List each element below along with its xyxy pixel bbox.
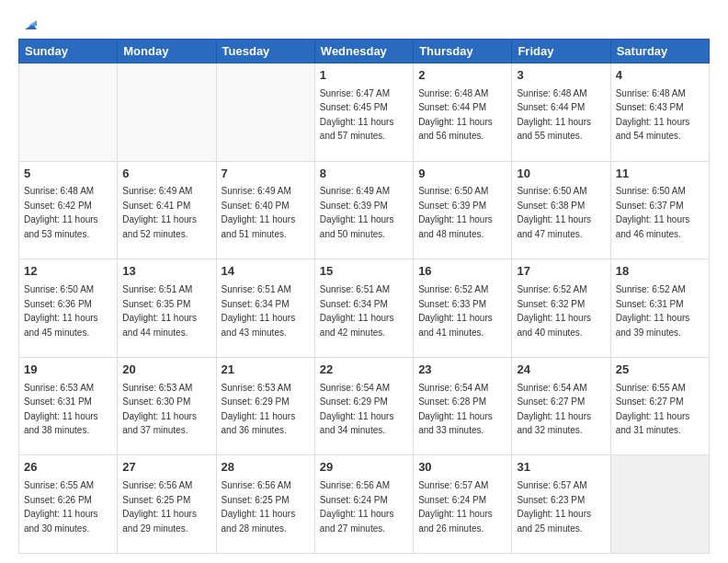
day-info: Sunset: 6:34 PM — [222, 299, 290, 309]
day-info: Daylight: 11 hours — [418, 411, 493, 421]
day-info: Sunset: 6:24 PM — [320, 495, 388, 505]
day-info: Sunrise: 6:48 AM — [616, 88, 686, 98]
day-info: Daylight: 11 hours — [517, 411, 591, 421]
day-number: 5 — [24, 166, 112, 183]
day-info: and 34 minutes. — [320, 425, 385, 435]
day-info: Daylight: 11 hours — [517, 214, 591, 224]
day-info: and 38 minutes. — [24, 425, 89, 435]
day-info: Sunrise: 6:54 AM — [418, 383, 488, 393]
calendar-cell: 12Sunrise: 6:50 AMSunset: 6:36 PMDayligh… — [19, 259, 118, 358]
day-info: Sunset: 6:45 PM — [320, 102, 388, 112]
calendar-cell: 18Sunrise: 6:52 AMSunset: 6:31 PMDayligh… — [610, 259, 709, 358]
day-number: 18 — [616, 263, 704, 281]
calendar-header-monday: Monday — [118, 40, 216, 63]
day-info: Sunrise: 6:56 AM — [122, 480, 192, 490]
day-number: 30 — [418, 459, 506, 477]
day-info: Sunset: 6:25 PM — [122, 495, 190, 505]
day-info: Sunrise: 6:49 AM — [122, 186, 192, 196]
day-info: Sunset: 6:40 PM — [222, 201, 290, 211]
day-info: Sunrise: 6:51 AM — [320, 284, 390, 294]
day-number: 8 — [320, 166, 408, 183]
day-number: 21 — [222, 362, 310, 379]
calendar-header-wednesday: Wednesday — [314, 40, 413, 63]
calendar-header-tuesday: Tuesday — [216, 40, 314, 63]
day-info: and 28 minutes. — [222, 523, 287, 534]
calendar-cell: 15Sunrise: 6:51 AMSunset: 6:34 PMDayligh… — [314, 259, 413, 358]
calendar-cell — [610, 455, 709, 554]
day-info: Daylight: 11 hours — [616, 117, 690, 127]
day-info: Daylight: 11 hours — [320, 117, 394, 127]
day-info: Sunrise: 6:50 AM — [616, 186, 686, 196]
calendar-cell: 1Sunrise: 6:47 AMSunset: 6:45 PMDaylight… — [314, 63, 413, 162]
day-info: Sunset: 6:41 PM — [122, 201, 190, 211]
day-info: Daylight: 11 hours — [320, 411, 394, 421]
day-info: and 48 minutes. — [418, 229, 483, 239]
day-info: and 57 minutes. — [320, 131, 385, 141]
day-info: and 52 minutes. — [122, 229, 188, 239]
calendar-cell: 8Sunrise: 6:49 AMSunset: 6:39 PMDaylight… — [314, 161, 413, 259]
day-number: 23 — [418, 362, 506, 379]
day-info: and 41 minutes. — [418, 327, 483, 338]
day-info: and 27 minutes. — [320, 523, 385, 534]
calendar-cell: 21Sunrise: 6:53 AMSunset: 6:29 PMDayligh… — [216, 357, 314, 455]
day-number: 2 — [418, 67, 506, 85]
day-info: and 45 minutes. — [24, 327, 89, 338]
calendar-table: SundayMondayTuesdayWednesdayThursdayFrid… — [18, 39, 710, 554]
calendar-cell: 13Sunrise: 6:51 AMSunset: 6:35 PMDayligh… — [118, 259, 216, 358]
day-info: Sunrise: 6:56 AM — [222, 480, 291, 490]
calendar-header-friday: Friday — [512, 40, 610, 63]
day-info: Sunset: 6:30 PM — [122, 396, 190, 407]
calendar-cell: 24Sunrise: 6:54 AMSunset: 6:27 PMDayligh… — [512, 357, 610, 455]
day-number: 11 — [616, 166, 704, 183]
day-info: Sunset: 6:39 PM — [418, 201, 486, 211]
day-info: Sunrise: 6:50 AM — [24, 284, 94, 294]
day-info: Daylight: 11 hours — [222, 313, 296, 323]
day-info: Sunrise: 6:52 AM — [616, 284, 686, 294]
day-info: Sunset: 6:39 PM — [320, 201, 388, 211]
logo — [18, 17, 37, 29]
logo-icon — [20, 17, 37, 33]
day-info: Sunset: 6:36 PM — [24, 299, 92, 309]
day-info: Sunset: 6:42 PM — [24, 201, 92, 211]
calendar-cell: 16Sunrise: 6:52 AMSunset: 6:33 PMDayligh… — [414, 259, 512, 358]
day-info: Daylight: 11 hours — [24, 411, 98, 421]
calendar-header-sunday: Sunday — [19, 40, 118, 63]
day-info: and 54 minutes. — [616, 131, 681, 141]
day-info: Sunset: 6:37 PM — [616, 201, 684, 211]
day-info: and 51 minutes. — [222, 229, 287, 239]
day-info: and 31 minutes. — [616, 425, 681, 435]
day-info: and 56 minutes. — [418, 131, 483, 141]
day-info: and 33 minutes. — [418, 425, 483, 435]
calendar-cell: 23Sunrise: 6:54 AMSunset: 6:28 PMDayligh… — [414, 357, 512, 455]
calendar-cell: 20Sunrise: 6:53 AMSunset: 6:30 PMDayligh… — [118, 357, 216, 455]
day-info: Sunset: 6:34 PM — [320, 299, 388, 309]
day-info: Daylight: 11 hours — [418, 313, 493, 323]
svg-marker-1 — [28, 20, 37, 26]
day-info: Sunrise: 6:51 AM — [222, 284, 291, 294]
day-number: 14 — [222, 263, 310, 281]
day-info: and 36 minutes. — [222, 425, 287, 435]
day-number: 6 — [122, 166, 210, 183]
day-info: Daylight: 11 hours — [320, 509, 394, 519]
day-info: and 53 minutes. — [24, 229, 89, 239]
day-number: 19 — [24, 362, 112, 379]
day-info: and 55 minutes. — [517, 131, 582, 141]
day-info: and 37 minutes. — [122, 425, 188, 435]
day-number: 4 — [616, 67, 704, 85]
day-number: 25 — [616, 362, 704, 379]
day-info: Sunset: 6:29 PM — [320, 396, 388, 407]
calendar-cell: 10Sunrise: 6:50 AMSunset: 6:38 PMDayligh… — [512, 161, 610, 259]
day-number: 12 — [24, 263, 112, 281]
day-info: Sunrise: 6:53 AM — [24, 383, 94, 393]
day-info: and 42 minutes. — [320, 327, 385, 338]
day-info: Sunrise: 6:52 AM — [418, 284, 488, 294]
day-number: 24 — [517, 362, 605, 379]
day-info: Sunset: 6:24 PM — [418, 495, 486, 505]
day-info: Daylight: 11 hours — [122, 214, 197, 224]
day-info: Daylight: 11 hours — [222, 509, 296, 519]
calendar-cell: 7Sunrise: 6:49 AMSunset: 6:40 PMDaylight… — [216, 161, 314, 259]
day-info: and 32 minutes. — [517, 425, 582, 435]
page: SundayMondayTuesdayWednesdayThursdayFrid… — [0, 0, 728, 563]
day-info: Daylight: 11 hours — [616, 214, 690, 224]
day-info: and 44 minutes. — [122, 327, 188, 338]
